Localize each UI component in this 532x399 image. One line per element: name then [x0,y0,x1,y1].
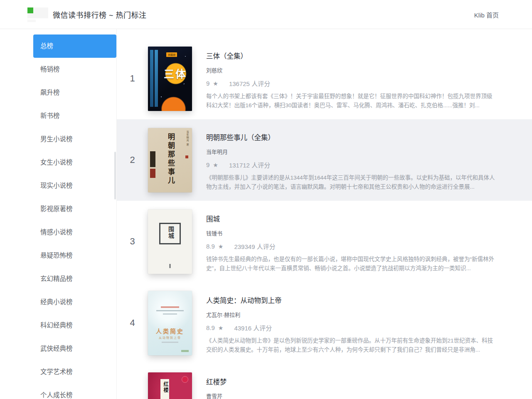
sidebar-item-new-books[interactable]: 新书榜 [33,104,116,128]
book-rating-value: 8.9 [206,243,215,250]
book-info: 红楼梦 曹雪芹 [206,364,532,399]
book-info: 三体（全集） 刘慈欣 9 ★ 136725 人评分 每个人的书架上都该有套《三体… [206,38,532,119]
logo-broken-image-placeholder [27,7,49,22]
sidebar-item-label: 文学艺术榜 [40,368,73,375]
sidebar-item-classic-novel[interactable]: 经典小说榜 [33,291,116,314]
book-info: 围城 钱锺书 8.9 ★ 239349 人评分 钱钟书先生最经典的作品，也是仅有… [206,201,532,282]
cover-part-rl-b2 [156,310,184,311]
book-cover[interactable]: 当年明月 著明朝那些事儿 [148,128,192,192]
sidebar-menu: 总榜 畅销榜 飙升榜 新书榜 男生小说榜 女生小说榜 现实小说榜 影视原著榜 情… [33,34,116,399]
book-rank: 4 [117,282,148,364]
book-info: 明朝那些事儿（全集） 当年明月 9 ★ 131712 人评分 《明朝那些事儿》主… [206,119,532,201]
sidebar-item-label: 个人成长榜 [40,392,73,399]
sidebar-item-wuxia-classic[interactable]: 武侠经典榜 [33,337,116,360]
book-row[interactable]: 2 当年明月 著明朝那些事儿 明朝那些事儿（全集） 当年明月 9 ★ 13171… [117,119,532,201]
book-title[interactable]: 明朝那些事儿（全集） [206,133,496,142]
sidebar-item-label: 现实小说榜 [40,182,73,189]
book-rating-value: 9 [206,161,209,168]
book-author: 当年明月 [206,148,496,155]
sidebar-item-label: 男生小说榜 [40,135,73,143]
book-list: 1 刘慈欣三体 三体（全集） 刘慈欣 9 ★ 136725 人评分 每个人的书架… [117,29,532,399]
sidebar-item-label: 畅销榜 [40,66,60,73]
cover-part-rl-b3 [163,313,177,315]
cover-part-rl-sub: 从动物到上帝 [148,335,192,340]
sidebar-item-literature-art[interactable]: 文学艺术榜 [33,360,116,384]
book-author: 刘慈欣 [206,66,496,74]
book-rating-count: 239349 人评分 [234,242,275,251]
book-title[interactable]: 人类简史：从动物到上帝 [206,296,496,305]
book-rating: 9 ★ 136725 人评分 [206,79,496,88]
book-rating-count: 136725 人评分 [229,79,270,88]
book-cover[interactable]: 红楼 [148,372,192,399]
sidebar-item-romance-novel[interactable]: 情感小说榜 [33,221,116,244]
cover-part-wc-title: 围城 [166,226,175,239]
sidebar: 总榜 畅销榜 飙升榜 新书榜 男生小说榜 女生小说榜 现实小说榜 影视原著榜 情… [33,29,117,399]
book-author: 钱锺书 [206,229,496,237]
sidebar-item-total[interactable]: 总榜 [33,34,116,58]
sidebar-item-label: 新书榜 [40,112,60,119]
book-author: 尤瓦尔·赫拉利 [206,310,496,318]
cover-part-mc-title: 明朝那些事儿 [165,133,176,185]
book-title[interactable]: 三体（全集） [206,52,496,61]
book-cover[interactable]: 刘慈欣三体 [148,47,192,111]
book-rank: 3 [117,201,148,282]
sidebar-item-label: 飙升榜 [40,89,60,96]
star-icon: ★ [218,325,224,331]
book-rank: 2 [117,119,148,201]
cover-part-rl-b4 [162,342,178,343]
sidebar-item-reality-novel[interactable]: 现实小说榜 [33,174,116,197]
book-title[interactable]: 围城 [206,214,496,224]
book-rank: 5 [117,364,148,399]
book-rating-count: 131712 人评分 [229,160,270,169]
sidebar-item-rising[interactable]: 飙升榜 [33,81,116,104]
sidebar-item-label: 科幻经典榜 [40,322,73,329]
cover-part-rl-pub [181,350,189,352]
sidebar-item-female-novel[interactable]: 女生小说榜 [33,151,116,174]
cover-part-hg-badge [182,376,188,383]
book-rating-value: 8.9 [206,324,215,331]
sidebar-item-label: 玄幻精品榜 [40,275,73,282]
cover-part-mc-label2 [150,169,155,178]
book-rating-value: 9 [206,80,209,87]
cover-part-st-spine [150,50,153,107]
cover-part-mc-author: 当年明月 著 [186,131,190,146]
sidebar-item-label: 经典小说榜 [40,298,73,305]
book-description: 每个人的书架上都该有套《三体》！关于宇宙最狂野的想象！就是它！征服世界的中国科幻… [206,92,496,110]
sidebar-item-label: 总榜 [40,42,53,49]
sidebar-item-label: 悬疑恐怖榜 [40,252,73,259]
book-row[interactable]: 3 围城 围城 钱锺书 8.9 ★ 239349 人评分 钱钟书先生最经典的作品… [117,201,532,282]
star-icon: ★ [218,243,224,250]
cover-part-mc-seal [185,155,188,158]
cover-part-rl-title: 人类简史 [148,327,192,335]
book-row[interactable]: 5 红楼 红楼梦 曹雪芹 [117,364,532,399]
book-rank: 1 [117,38,148,119]
book-cover[interactable]: 人类简史从动物到上帝 [148,291,192,355]
book-description: 《人类简史从动物到上帝》是以色列新锐历史学家的一部重磅作品。从十万年前有生命迹象… [206,336,496,355]
book-cover[interactable]: 围城 [148,209,192,274]
book-rating-count: 43916 人评分 [234,323,272,332]
book-description: 钱钟书先生最经典的作品，也是仅有的一部长篇小说，堪称中国现代文学史上风格独特的讽… [206,255,496,273]
sidebar-item-male-novel[interactable]: 男生小说榜 [33,128,116,151]
book-row[interactable]: 4 人类简史从动物到上帝 人类简史：从动物到上帝 尤瓦尔·赫拉利 8.9 ★ 4… [117,282,532,364]
sidebar-item-suspense-horror[interactable]: 悬疑恐怖榜 [33,244,116,267]
book-info: 人类简史：从动物到上帝 尤瓦尔·赫拉利 8.9 ★ 43916 人评分 《人类简… [206,282,532,364]
cover-part-st-spine [155,50,158,107]
sidebar-scrollbar-thumb[interactable] [114,152,116,200]
sidebar-item-fantasy-premium[interactable]: 玄幻精品榜 [33,267,116,291]
sidebar-item-label: 情感小说榜 [40,229,73,236]
klib-home-link[interactable]: Klib 首页 [474,10,499,19]
sidebar-item-film-tv-original[interactable]: 影视原著榜 [33,197,116,221]
page-title: 微信读书排行榜 ~ 热门标注 [53,9,147,20]
sidebar-item-personal-growth[interactable]: 个人成长榜 [33,384,116,399]
broken-image-icon [27,7,33,13]
book-description: 《明朝那些事儿》主要讲述的是从1344年到1644年这三百年间关于明朝的一些故事… [206,173,496,192]
book-row[interactable]: 1 刘慈欣三体 三体（全集） 刘慈欣 9 ★ 136725 人评分 每个人的书架… [117,38,532,119]
cover-part-rl-b1 [161,306,179,308]
sidebar-item-scifi-classic[interactable]: 科幻经典榜 [33,314,116,337]
sidebar-item-bestseller[interactable]: 畅销榜 [33,58,116,81]
cover-part-hg-text: 红楼 [162,382,169,393]
cover-part-mc-label [150,151,155,167]
book-title[interactable]: 红楼梦 [206,377,496,387]
cover-part-wc-mark [170,264,171,268]
sidebar-item-label: 影视原著榜 [40,205,73,212]
